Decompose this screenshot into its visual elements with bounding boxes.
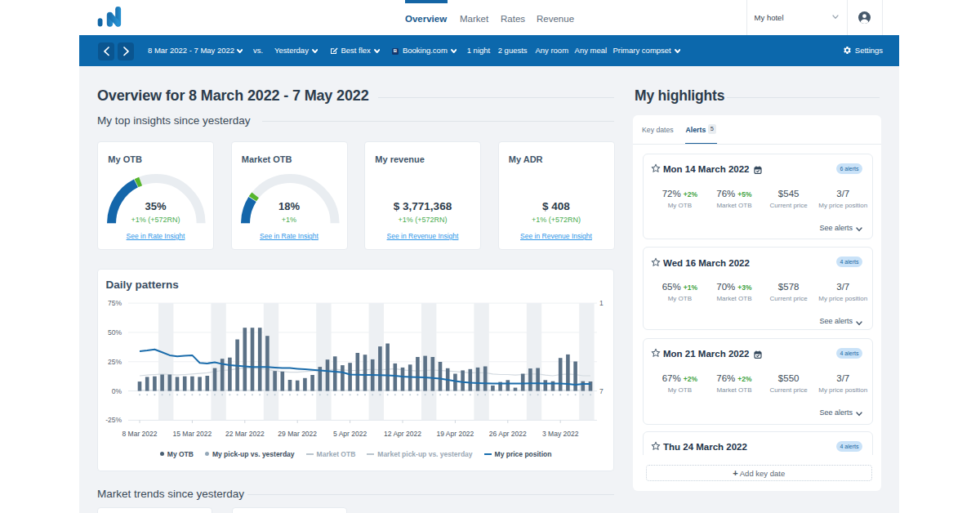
svg-text:1: 1: [599, 299, 604, 307]
svg-text:75%: 75%: [108, 299, 122, 307]
svg-text:8 Mar 2022: 8 Mar 2022: [122, 430, 158, 438]
svg-text:0%: 0%: [112, 387, 122, 395]
svg-text:22 Mar 2022: 22 Mar 2022: [225, 430, 265, 438]
svg-text:-25%: -25%: [105, 417, 122, 425]
svg-text:15 Mar 2022: 15 Mar 2022: [173, 430, 212, 438]
svg-text:7: 7: [599, 387, 604, 395]
svg-text:3 May 2022: 3 May 2022: [542, 430, 579, 438]
svg-text:25%: 25%: [108, 358, 122, 366]
svg-text:12 Apr 2022: 12 Apr 2022: [384, 430, 421, 438]
svg-text:26 Apr 2022: 26 Apr 2022: [489, 430, 527, 438]
svg-text:50%: 50%: [108, 328, 122, 337]
svg-text:5 Apr 2022: 5 Apr 2022: [333, 430, 367, 438]
svg-text:19 Apr 2022: 19 Apr 2022: [436, 430, 474, 438]
svg-text:29 Mar 2022: 29 Mar 2022: [278, 430, 317, 438]
